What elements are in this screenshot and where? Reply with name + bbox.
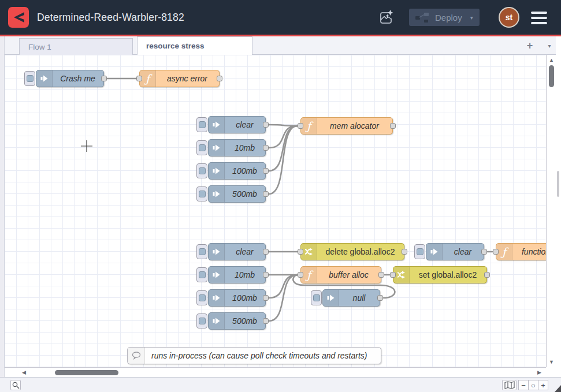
wire-mb10_a-to-mem_alocator[interactable]: [269, 126, 298, 148]
input-port[interactable]: [493, 249, 499, 255]
inject-trigger-button[interactable]: [196, 313, 207, 328]
zoom-in-button[interactable]: +: [538, 380, 548, 390]
input-port[interactable]: [298, 272, 303, 278]
function-f-icon: ƒ: [307, 121, 311, 132]
horizontal-scroll-thumb[interactable]: [55, 370, 118, 375]
ai-assistant-button[interactable]: [376, 8, 397, 27]
node-clear_c[interactable]: clear: [426, 243, 484, 260]
deploy-button[interactable]: Deploy ▾: [409, 9, 480, 26]
inject-icon: [209, 163, 225, 179]
node-function_c[interactable]: ƒfunction: [496, 243, 546, 260]
search-button[interactable]: [10, 380, 21, 390]
node-label: 100mb: [225, 163, 264, 179]
inject-trigger-button[interactable]: [196, 117, 207, 132]
inject-arrow-icon: [213, 144, 221, 152]
node-async_error[interactable]: ƒasync error: [139, 70, 220, 87]
flow-canvas[interactable]: Crash meƒasync errorclear10mb100mb500mbƒ…: [5, 55, 546, 367]
inject-trigger-button[interactable]: [196, 163, 207, 178]
output-port[interactable]: [101, 76, 107, 81]
workspace-tab-bar: Flow 1 resource stress + ▾: [5, 36, 561, 55]
node-delete_alloc2[interactable]: delete global.alloc2: [300, 243, 404, 260]
node-mb100_b[interactable]: 100mb: [208, 289, 266, 307]
inject-trigger-button[interactable]: [196, 140, 207, 155]
node-mem_alocator[interactable]: ƒmem alocator: [300, 117, 393, 135]
wires-layer: [5, 55, 546, 367]
function-f-icon: ƒ: [502, 247, 506, 257]
scroll-down-arrow[interactable]: ▼: [547, 359, 556, 365]
node-mb500_a[interactable]: 500mb: [208, 185, 266, 203]
output-port[interactable]: [390, 123, 396, 129]
inject-arrow-icon: [213, 248, 221, 256]
node-mb100_a[interactable]: 100mb: [208, 162, 266, 180]
inject-icon: [209, 117, 225, 133]
add-flow-button[interactable]: +: [522, 38, 538, 54]
tab-flow-1[interactable]: Flow 1: [19, 38, 133, 55]
input-port[interactable]: [390, 272, 396, 278]
node-label: 500mb: [225, 313, 264, 329]
zoom-out-button[interactable]: −: [518, 380, 529, 390]
inject-arrow-icon: [213, 190, 221, 198]
comment-bubble-icon: [132, 352, 141, 360]
output-port[interactable]: [263, 168, 269, 174]
vertical-scroll-thumb[interactable]: [549, 65, 554, 87]
node-crash_me[interactable]: Crash me: [36, 70, 104, 87]
inject-trigger-button[interactable]: [196, 267, 207, 282]
flowfuse-logo[interactable]: [8, 7, 29, 28]
node-mb500_b[interactable]: 500mb: [208, 312, 266, 330]
inject-trigger-button[interactable]: [414, 244, 425, 259]
window-scroll-thumb[interactable]: [557, 171, 559, 197]
change-icon: [301, 244, 317, 260]
node-mb10_a[interactable]: 10mb: [208, 139, 266, 156]
resize-grip[interactable]: [555, 385, 561, 392]
user-avatar[interactable]: st: [499, 7, 519, 28]
scroll-left-arrow[interactable]: ◀: [22, 369, 26, 375]
inject-arrow-icon: [213, 271, 221, 279]
output-port[interactable]: [263, 249, 269, 255]
zoom-reset-button[interactable]: ○: [528, 380, 538, 390]
output-port[interactable]: [263, 145, 269, 151]
scroll-up-arrow[interactable]: ▲: [547, 57, 556, 63]
node-clear_a[interactable]: clear: [208, 116, 266, 133]
horizontal-scrollbar[interactable]: ◀ ▶: [5, 367, 546, 377]
node-mb10_b[interactable]: 10mb: [208, 266, 266, 283]
node-comment_1[interactable]: runs in-process (can cause poll check ti…: [127, 347, 381, 364]
output-port[interactable]: [377, 295, 383, 301]
inject-icon: [36, 70, 53, 87]
vertical-scrollbar[interactable]: ▲ ▼: [546, 55, 556, 367]
inject-icon: [209, 290, 225, 306]
output-port[interactable]: [263, 318, 269, 324]
inject-trigger-button[interactable]: [24, 71, 35, 86]
input-port[interactable]: [298, 249, 303, 255]
output-port[interactable]: [263, 191, 269, 197]
inject-trigger-button[interactable]: [196, 290, 207, 305]
inject-icon: [209, 140, 225, 156]
inject-trigger-button[interactable]: [196, 186, 207, 201]
minimap-toggle-button[interactable]: [502, 380, 517, 390]
node-clear_b[interactable]: clear: [208, 243, 266, 260]
node-null_inject[interactable]: null: [322, 289, 380, 307]
function-f-icon: ƒ: [146, 73, 150, 84]
tab-resource-stress[interactable]: resource stress: [137, 36, 252, 55]
inject-trigger-button[interactable]: [196, 244, 207, 259]
flow-list-button[interactable]: ▾: [542, 38, 557, 54]
node-set_alloc2[interactable]: set global.alloc2: [393, 266, 487, 283]
output-port[interactable]: [263, 295, 269, 301]
scroll-right-arrow[interactable]: ▶: [537, 369, 541, 375]
caret-down-icon[interactable]: ▾: [470, 14, 473, 21]
node-label: 10mb: [225, 140, 264, 156]
output-port[interactable]: [217, 76, 222, 81]
output-port[interactable]: [481, 249, 487, 255]
output-port[interactable]: [263, 272, 269, 278]
node-buffer_alloc[interactable]: ƒbuffer alloc: [300, 266, 381, 283]
input-port[interactable]: [298, 123, 303, 129]
output-port[interactable]: [484, 272, 490, 278]
input-port[interactable]: [136, 76, 142, 81]
output-port[interactable]: [402, 249, 407, 255]
inject-trigger-button[interactable]: [311, 290, 322, 305]
main-menu-button[interactable]: [531, 12, 548, 24]
deploy-nodes-icon: [415, 12, 430, 23]
output-port[interactable]: [378, 272, 384, 278]
output-port[interactable]: [263, 122, 269, 128]
node-label: 100mb: [225, 290, 264, 306]
function-icon: ƒ: [496, 244, 512, 260]
